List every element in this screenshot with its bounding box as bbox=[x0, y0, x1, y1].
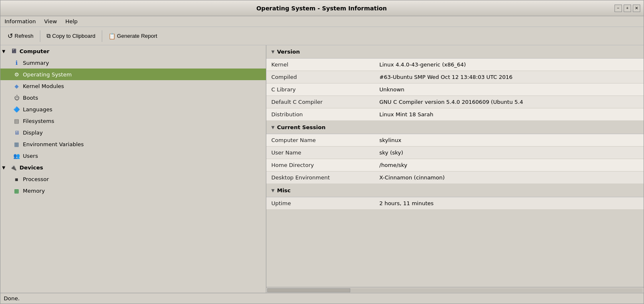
username-value: sky (sky) bbox=[374, 147, 644, 159]
compiled-value-cell: #63-Ubuntu SMP Wed Oct 12 13:48:03 UTC 2… bbox=[374, 71, 644, 83]
main-window: Operating System - System Information − … bbox=[0, 0, 644, 304]
boots-label: Boots bbox=[23, 95, 38, 101]
misc-header-label: Misc bbox=[277, 187, 291, 194]
h-scroll-track[interactable] bbox=[267, 288, 643, 292]
filesystems-icon: ▤ bbox=[13, 117, 20, 125]
sidebar-item-kernel-modules[interactable]: ◆ Kernel Modules bbox=[0, 80, 266, 92]
toolbar: ↺ Refresh ⧉ Copy to Clipboard 📋 Generate… bbox=[0, 27, 644, 45]
title-bar: Operating System - System Information − … bbox=[0, 0, 644, 16]
sidebar-item-filesystems[interactable]: ▤ Filesystems bbox=[0, 115, 266, 127]
horizontal-scrollbar[interactable] bbox=[266, 287, 644, 293]
users-label: Users bbox=[23, 153, 38, 159]
compiled-label-cell: Compiled bbox=[266, 71, 374, 83]
toolbar-separator-1 bbox=[40, 30, 40, 42]
clibrary-value-cell: Unknown bbox=[374, 83, 644, 96]
env-vars-label: Environment Variables bbox=[23, 141, 84, 147]
info-row-computer-name: Computer Name skylinux bbox=[266, 134, 644, 147]
memory-icon: ▩ bbox=[13, 187, 20, 194]
kernel-value-cell: Linux 4.4.0-43-generic (x86_64) bbox=[374, 59, 644, 71]
home-dir-value: /home/sky bbox=[374, 159, 644, 171]
kernel-label: Kernel Modules bbox=[23, 83, 64, 89]
os-icon: ⚙ bbox=[13, 71, 20, 78]
session-arrow: ▼ bbox=[271, 125, 275, 130]
refresh-button[interactable]: ↺ Refresh bbox=[4, 30, 37, 42]
computer-name-label: Computer Name bbox=[266, 134, 374, 146]
info-row-clibrary: C Library Unknown bbox=[266, 83, 644, 96]
sidebar-item-os[interactable]: ⚙ Operating System bbox=[0, 69, 266, 80]
computer-label: Computer bbox=[20, 48, 49, 54]
processor-icon: ▪ bbox=[13, 175, 20, 183]
maximize-button[interactable]: + bbox=[624, 5, 631, 12]
left-panel: ▼ 🖥 Computer ℹ Summary ⚙ Operating Syste… bbox=[0, 45, 266, 293]
devices-icon: 🔌 bbox=[10, 164, 17, 171]
status-bar: Done. bbox=[0, 293, 644, 304]
os-label: Operating System bbox=[23, 71, 72, 78]
summary-icon: ℹ bbox=[13, 59, 20, 66]
sidebar-item-boots[interactable]: ⏻ Boots bbox=[0, 92, 266, 103]
info-row-distribution: Distribution Linux Mint 18 Sarah bbox=[266, 108, 644, 121]
menu-view[interactable]: View bbox=[42, 17, 59, 25]
right-panel: ▼ Version Kernel Linux 4.4.0-43-generic … bbox=[266, 45, 644, 287]
h-scroll-thumb[interactable] bbox=[267, 288, 350, 292]
session-header-label: Current Session bbox=[277, 124, 326, 130]
sidebar-item-env-vars[interactable]: ▦ Environment Variables bbox=[0, 138, 266, 150]
kernel-icon: ◆ bbox=[13, 82, 20, 90]
minimize-button[interactable]: − bbox=[615, 5, 622, 12]
uptime-label: Uptime bbox=[266, 197, 374, 209]
processor-label: Processor bbox=[23, 176, 49, 182]
home-dir-label: Home Directory bbox=[266, 159, 374, 171]
close-button[interactable]: ✕ bbox=[633, 5, 640, 12]
right-content: ▼ Version Kernel Linux 4.4.0-43-generic … bbox=[266, 45, 644, 293]
version-header-label: Version bbox=[277, 49, 300, 55]
memory-label: Memory bbox=[23, 188, 45, 194]
display-label: Display bbox=[23, 130, 43, 136]
status-text: Done. bbox=[4, 295, 20, 302]
tree-group-computer[interactable]: ▼ 🖥 Computer bbox=[0, 45, 266, 57]
section-header-session: ▼ Current Session bbox=[266, 121, 644, 134]
users-icon: 👥 bbox=[13, 152, 20, 159]
report-icon: 📋 bbox=[108, 33, 116, 39]
title-bar-buttons: − + ✕ bbox=[615, 5, 640, 12]
refresh-label: Refresh bbox=[15, 33, 34, 39]
main-area: ▼ 🖥 Computer ℹ Summary ⚙ Operating Syste… bbox=[0, 45, 644, 293]
filesystems-label: Filesystems bbox=[23, 118, 54, 124]
compiler-label-cell: Default C Compiler bbox=[266, 96, 374, 108]
copy-label: Copy to Clipboard bbox=[52, 33, 96, 39]
menu-help[interactable]: Help bbox=[64, 17, 79, 25]
info-row-desktop-env: Desktop Environment X-Cinnamon (cinnamon… bbox=[266, 172, 644, 184]
devices-label: Devices bbox=[20, 164, 43, 171]
computer-name-value: skylinux bbox=[374, 134, 644, 146]
sidebar-item-users[interactable]: 👥 Users bbox=[0, 150, 266, 162]
distribution-label-cell: Distribution bbox=[266, 108, 374, 120]
boots-icon: ⏻ bbox=[13, 94, 20, 101]
compiler-value-cell: GNU C Compiler version 5.4.0 20160609 (U… bbox=[374, 96, 644, 108]
menu-bar: Information View Help bbox=[0, 16, 644, 27]
sidebar-item-languages[interactable]: 🔷 Languages bbox=[0, 103, 266, 115]
section-header-version: ▼ Version bbox=[266, 45, 644, 59]
clibrary-label-cell: C Library bbox=[266, 83, 374, 96]
info-row-home-dir: Home Directory /home/sky bbox=[266, 159, 644, 172]
sidebar-item-memory[interactable]: ▩ Memory bbox=[0, 185, 266, 196]
window-title: Operating System - System Information bbox=[29, 5, 615, 12]
display-icon: 🖥 bbox=[13, 129, 20, 136]
copy-icon: ⧉ bbox=[47, 32, 51, 39]
report-button[interactable]: 📋 Generate Report bbox=[105, 31, 161, 42]
info-row-uptime: Uptime 2 hours, 11 minutes bbox=[266, 197, 644, 210]
copy-button[interactable]: ⧉ Copy to Clipboard bbox=[43, 30, 99, 42]
sidebar-item-display[interactable]: 🖥 Display bbox=[0, 127, 266, 138]
languages-label: Languages bbox=[23, 106, 52, 113]
refresh-icon: ↺ bbox=[7, 32, 13, 40]
computer-icon: 🖥 bbox=[10, 47, 17, 55]
collapse-arrow-computer: ▼ bbox=[2, 49, 7, 54]
desktop-env-value: X-Cinnamon (cinnamon) bbox=[374, 172, 644, 184]
report-label: Generate Report bbox=[117, 33, 157, 39]
languages-icon: 🔷 bbox=[13, 105, 20, 113]
sidebar-item-summary[interactable]: ℹ Summary bbox=[0, 57, 266, 69]
uptime-value: 2 hours, 11 minutes bbox=[374, 197, 644, 209]
toolbar-separator-2 bbox=[102, 30, 102, 42]
section-header-misc: ▼ Misc bbox=[266, 184, 644, 197]
menu-information[interactable]: Information bbox=[3, 17, 37, 25]
sidebar-item-processor[interactable]: ▪ Processor bbox=[0, 173, 266, 185]
collapse-arrow-devices: ▼ bbox=[2, 165, 7, 170]
tree-group-devices[interactable]: ▼ 🔌 Devices bbox=[0, 162, 266, 173]
